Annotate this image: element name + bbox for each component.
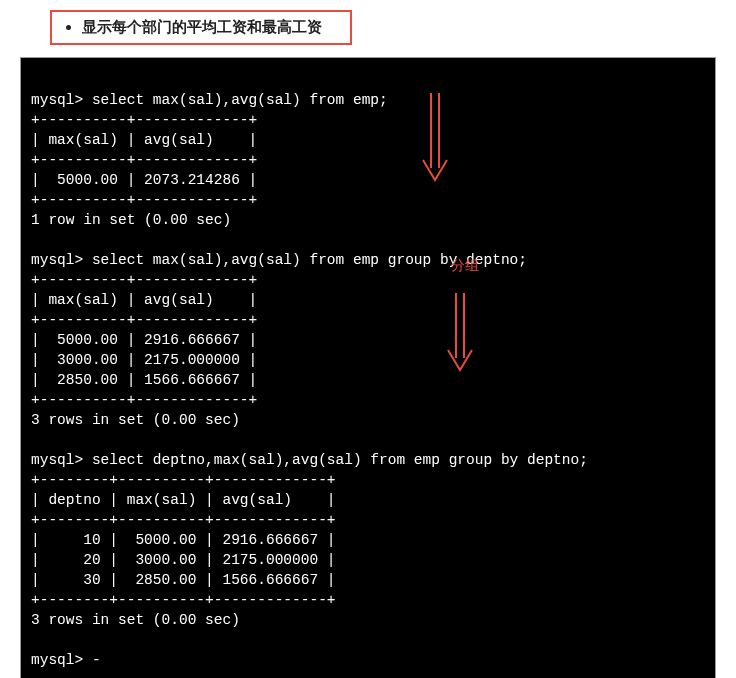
title-callout: 显示每个部门的平均工资和最高工资 [50,10,352,45]
title-text: 显示每个部门的平均工资和最高工资 [82,18,322,37]
q1-row1: | 5000.00 | 2073.214286 | [31,172,257,188]
q3-prompt: mysql> select deptno,max(sal),avg(sal) f… [31,452,588,468]
q3-sep3: +--------+----------+-------------+ [31,592,336,608]
q1-header: | max(sal) | avg(sal) | [31,132,257,148]
q2-sep3: +----------+-------------+ [31,392,257,408]
q1-sep: +----------+-------------+ [31,112,257,128]
q3-header: | deptno | max(sal) | avg(sal) | [31,492,336,508]
q1-sep3: +----------+-------------+ [31,192,257,208]
q3-sep2: +--------+----------+-------------+ [31,512,336,528]
q1-prompt: mysql> select max(sal),avg(sal) from emp… [31,92,388,108]
q3-footer: 3 rows in set (0.00 sec) [31,612,240,628]
q3-sep: +--------+----------+-------------+ [31,472,336,488]
q3-row3: | 30 | 2850.00 | 1566.666667 | [31,572,336,588]
q3-row1: | 10 | 5000.00 | 2916.666667 | [31,532,336,548]
final-prompt: mysql> - [31,652,101,668]
q1-footer: 1 row in set (0.00 sec) [31,212,231,228]
q2-sep2: +----------+-------------+ [31,312,257,328]
q2-header: | max(sal) | avg(sal) | [31,292,257,308]
annotation-group: 分组 [451,256,479,275]
arrow-down-icon [446,288,476,378]
arrow-down-icon [421,88,451,188]
q2-row1: | 5000.00 | 2916.666667 | [31,332,257,348]
q2-row2: | 3000.00 | 2175.000000 | [31,352,257,368]
q2-sep: +----------+-------------+ [31,272,257,288]
q1-sep2: +----------+-------------+ [31,152,257,168]
q2-row3: | 2850.00 | 1566.666667 | [31,372,257,388]
q2-footer: 3 rows in set (0.00 sec) [31,412,240,428]
q3-row2: | 20 | 3000.00 | 2175.000000 | [31,552,336,568]
terminal-output: mysql> select max(sal),avg(sal) from emp… [20,57,716,678]
